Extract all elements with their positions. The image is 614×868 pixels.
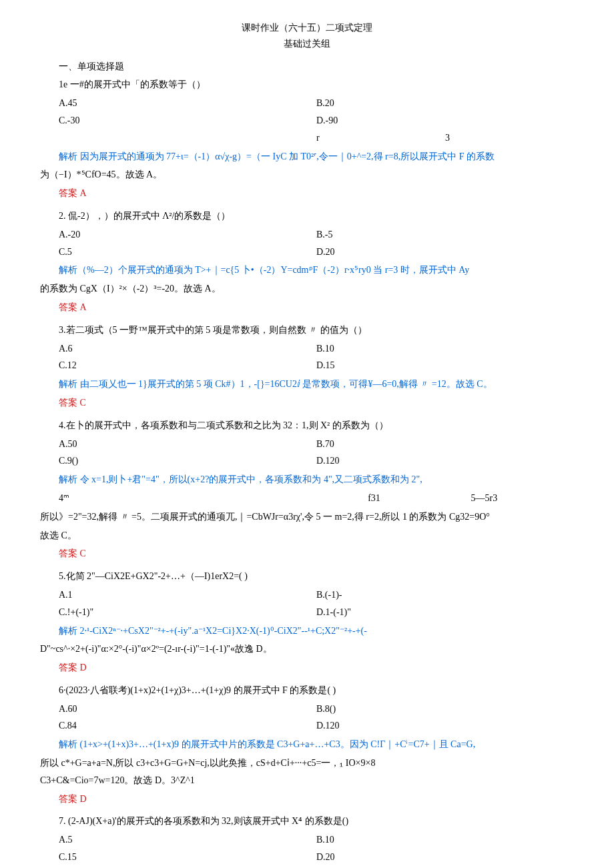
- q2-answer: 答案 A: [40, 300, 574, 316]
- q5-options: A.1 B.(-1)-: [59, 587, 574, 603]
- q4-option-c: C.9(): [59, 453, 316, 469]
- analysis-label: 解析（%—2）个展开式的通项为 T>+｜=c{5 卜•（-2）Y=cdmᵖF（-…: [59, 265, 469, 275]
- q4-interline: 4ᵐ f31 5—5r3: [59, 490, 574, 506]
- q1-option-b: B.20: [316, 95, 574, 111]
- worksheet-page: 课时作业（六十五）二项式定理 基础过关组 一、单项选择题 1e 一#的展开式中「…: [0, 0, 614, 868]
- section-heading: 一、单项选择题: [40, 59, 574, 75]
- analysis-label: 解析 令 x=1,则卜+君"=4"，所以(x+2?的展开式中，各项系数和为 4"…: [59, 474, 422, 484]
- q5-stem: 5.化简 2"—CiX2E+GX2"-2+…+（—I)1erX2=( ): [40, 568, 574, 584]
- q6-option-b: B.8(): [316, 701, 574, 717]
- q6-option-a: A.60: [59, 701, 316, 717]
- q3-option-a: A.6: [59, 341, 316, 357]
- q2-options-row2: C.5 D.20: [59, 244, 574, 260]
- q6-analysis: 解析 (1+x>+(1+x)3+…+(1+x)9 的展开式中片的系数是 C3+G…: [40, 737, 574, 753]
- q1-inter-3: 3: [445, 130, 574, 146]
- q1-stem: 1e 一#的展开式中「的系数等于（）: [40, 77, 574, 93]
- q2-option-b: B.-5: [316, 227, 574, 243]
- q6-answer: 答案 D: [40, 791, 574, 807]
- q4-stem: 4.在卜的展开式中，各项系数和与二项式系数和之比为 32：1,则 X² 的系数为…: [40, 418, 574, 434]
- q5-option-d: D.1-(-1)": [316, 604, 574, 620]
- q3-option-d: D.15: [316, 358, 574, 374]
- q3-option-b: B.10: [316, 341, 574, 357]
- analysis-label: 解析 (1+x>+(1+x)3+…+(1+x)9 的展开式中片的系数是 C3+G…: [59, 739, 475, 749]
- q6-analysis-cont-b: C3+C&=Cio=7w=120。故选 D。3^Z^1: [40, 773, 574, 789]
- answer-label: 答案 A: [59, 302, 87, 312]
- q7-options: A.5 B.10: [59, 832, 574, 848]
- q7-options-row2: C.15 D.20: [59, 849, 574, 865]
- q4-option-d: D.120: [316, 453, 574, 469]
- q2-analysis-cont: 的系数为 CgX（I）²×（-2）³=-20。故选 A。: [40, 281, 574, 297]
- q6-options-row2: C.84 D.120: [59, 718, 574, 734]
- q1-interline: r 3: [59, 130, 574, 146]
- answer-label: 答案 A: [59, 188, 87, 198]
- q3-analysis: 解析 由二项乂也一 1}展开式的第 5 项 Ck#）1，-[}=16CU2ⅈ 是…: [40, 376, 574, 392]
- q5-analysis-cont: D"~cs^·×2+(-i)"α:×2°-(-i)"α×2º=(2-ır-(-i…: [40, 641, 574, 657]
- q4-options: A.50 B.70: [59, 436, 574, 452]
- q3-option-c: C.12: [59, 358, 316, 374]
- q7-option-d: D.20: [316, 849, 574, 865]
- q4-analysis-cont: 所以》=2"=32,解得 〃 =5。二项展开式的通项兀,｜=CbWJr=α3rχ…: [40, 509, 574, 525]
- answer-label: 答案 D: [59, 794, 87, 804]
- q2-option-d: D.20: [316, 244, 574, 260]
- q2-analysis: 解析（%—2）个展开式的通项为 T>+｜=c{5 卜•（-2）Y=cdmᵖF（-…: [40, 262, 574, 278]
- q5-option-a: A.1: [59, 587, 316, 603]
- q7-option-a: A.5: [59, 832, 316, 848]
- q5-option-c: C.!+(-1)": [59, 604, 316, 620]
- q7-stem: 7. (2-AJ)(X+a)'的展开式的各项系数和为 32,则该展开式中 X⁴ …: [40, 813, 574, 829]
- q6-option-c: C.84: [59, 718, 316, 734]
- q6-stem: 6·(2023·八省联考)(1+x)2+(1+χ)3+…+(1+χ)9 的展开式…: [40, 683, 574, 699]
- q1-option-a: A.45: [59, 95, 316, 111]
- q4-inline-b: f31: [368, 490, 471, 506]
- q2-option-c: C.5: [59, 244, 316, 260]
- q1-analysis-cont: 为（−I）*⁵CfO=45。故选 A。: [40, 167, 574, 183]
- q1-option-d: D.-90: [316, 113, 574, 129]
- q2-stem: 2. 侃-2），）的展开式中 Λ²/的系数是（）: [40, 208, 574, 224]
- q6-options: A.60 B.8(): [59, 701, 574, 717]
- q4-option-a: A.50: [59, 436, 316, 452]
- q1-answer: 答案 A: [40, 185, 574, 201]
- answer-label: 答案 D: [59, 663, 87, 673]
- q5-analysis: 解析 2·¹-CiX2ⁿ⁻·+CsX2"⁻²+-+(-iy".a⁻¹X2=Ci}…: [40, 623, 574, 639]
- q1-option-c: C.-30: [59, 113, 316, 129]
- answer-label: 答案 C: [59, 398, 86, 408]
- analysis-label: 解析 由二项乂也一 1}展开式的第 5 项 Ck#）1，-[}=16CU2ⅈ 是…: [59, 379, 493, 389]
- analysis-label: 解析 2·¹-CiX2ⁿ⁻·+CsX2"⁻²+-+(-iy".a⁻¹X2=Ci}…: [59, 626, 367, 636]
- q2-option-a: A.-20: [59, 227, 316, 243]
- q5-answer: 答案 D: [40, 660, 574, 676]
- q4-inline-c: 5—5r3: [471, 490, 574, 506]
- q5-option-b: B.(-1)-: [316, 587, 574, 603]
- q3-options-row2: C.12 D.15: [59, 358, 574, 374]
- q7-option-b: B.10: [316, 832, 574, 848]
- q4-inline-a: 4ᵐ: [59, 490, 162, 506]
- q4-analysis: 解析 令 x=1,则卜+君"=4"，所以(x+2?的展开式中，各项系数和为 4"…: [40, 472, 574, 488]
- q6-analysis-cont-a: 所以 c*+G=a+a=N,所以 c3+c3+G=G+N=cj,以此奂推，cS+…: [40, 755, 574, 771]
- q1-inter-r: r: [316, 130, 445, 146]
- q2-options: A.-20 B.-5: [59, 227, 574, 243]
- q4-answer: 答案 C: [40, 546, 574, 562]
- q4-analysis-cont2: 故选 C。: [40, 528, 574, 544]
- q3-answer: 答案 C: [40, 395, 574, 411]
- q1-analysis: 解析 因为展开式的通项为 77+ι=（-1）α√χ-g）=（一 IyC 加 T0…: [40, 149, 574, 165]
- q6-option-d: D.120: [316, 718, 574, 734]
- page-subtitle: 基础过关组: [40, 36, 574, 52]
- q4-option-b: B.70: [316, 436, 574, 452]
- q1-options-row2: C.-30 D.-90: [59, 113, 574, 129]
- analysis-label: 解析 因为展开式的通项为 77+ι=（-1）α√χ-g）=（一 IyC 加 T0…: [59, 151, 495, 161]
- q5-options-row2: C.!+(-1)" D.1-(-1)": [59, 604, 574, 620]
- q4-options-row2: C.9() D.120: [59, 453, 574, 469]
- q1-options: A.45 B.20: [59, 95, 574, 111]
- q7-option-c: C.15: [59, 849, 316, 865]
- page-title: 课时作业（六十五）二项式定理: [40, 20, 574, 36]
- q3-stem: 3.若二项式（5 一野™展开式中的第 5 项是常数项，则自然数 〃 的值为（）: [40, 322, 574, 338]
- answer-label: 答案 C: [59, 548, 86, 558]
- q3-options: A.6 B.10: [59, 341, 574, 357]
